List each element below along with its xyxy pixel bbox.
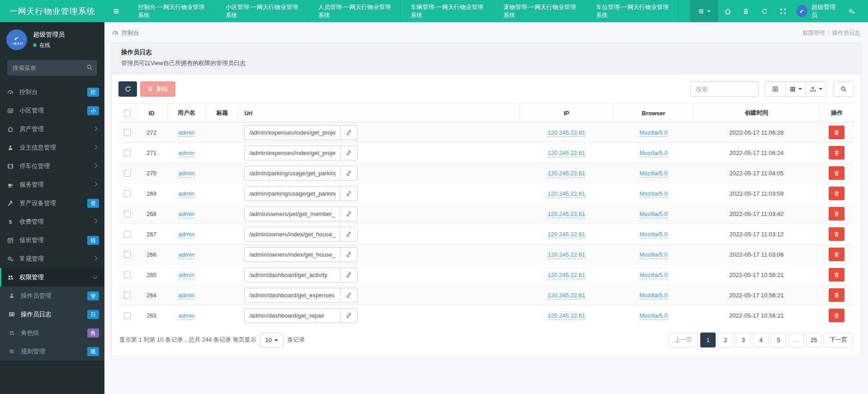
browser-link[interactable]: Mozilla/5.0 [640,211,668,218]
row-checkbox[interactable] [124,150,131,156]
username-link[interactable]: admin [179,211,194,218]
sidebar-item-rule-management[interactable]: 规则管理规 [0,342,104,361]
sidebar-item-fees[interactable]: 收费管理 [0,212,104,231]
url-input[interactable] [244,288,340,303]
url-input[interactable] [244,145,340,160]
browser-link[interactable]: Mozilla/5.0 [640,292,668,300]
navbar-tab-parking[interactable]: 车位管理-一网天行物业管理系统 [586,0,679,22]
sidebar-item-duty[interactable]: 值班管理值 [0,231,104,249]
sidebar-item-assets[interactable]: 资产设备管理资 [0,194,104,212]
username-link[interactable]: admin [179,312,194,320]
columns-button[interactable] [785,81,806,97]
open-url-button[interactable] [340,166,358,181]
row-delete-button[interactable] [829,126,844,139]
breadcrumb-home[interactable]: 控制台 [112,29,139,37]
sidebar-item-permissions[interactable]: 权限管理 [0,268,104,286]
url-input[interactable] [244,308,340,323]
open-url-button[interactable] [340,186,358,201]
username-link[interactable]: admin [179,231,194,239]
sidebar-toggle-button[interactable] [104,0,128,22]
username-link[interactable]: admin [179,251,194,259]
clear-cache-button[interactable] [737,0,755,22]
user-menu[interactable]: 超级管理员 [792,3,842,19]
browser-link[interactable]: Mozilla/5.0 [640,150,668,157]
prev-page-button[interactable]: 上一页 [669,333,698,347]
url-input[interactable] [244,186,340,201]
row-checkbox[interactable] [124,170,131,177]
username-link[interactable]: admin [179,272,194,279]
export-button[interactable] [806,81,826,97]
open-url-button[interactable] [340,308,358,323]
row-delete-button[interactable] [829,268,844,281]
row-checkbox[interactable] [124,292,131,299]
url-input[interactable] [244,247,340,262]
row-delete-button[interactable] [829,187,844,200]
open-url-button[interactable] [340,267,358,282]
url-input[interactable] [244,267,340,282]
sidebar-item-service[interactable]: 服务管理 [0,175,104,194]
page-button-5[interactable]: 5 [771,333,786,347]
sidebar-item-property[interactable]: 房产管理 [0,120,104,138]
browser-link[interactable]: Mozilla/5.0 [640,170,668,178]
page-button-25[interactable]: 25 [806,333,821,347]
row-checkbox[interactable] [124,312,131,319]
menu-search-input[interactable] [7,60,97,75]
open-url-button[interactable] [340,247,358,262]
settings-button[interactable] [842,0,861,22]
open-url-button[interactable] [340,227,358,242]
row-delete-button[interactable] [829,227,844,241]
sidebar-item-owner-info[interactable]: 业主信息管理 [0,138,104,157]
open-url-button[interactable] [340,288,358,303]
navbar-tab-personnel[interactable]: 人员管理-一网天行物业管理系统 [308,0,401,22]
row-checkbox[interactable] [124,231,131,238]
username-link[interactable]: admin [179,150,194,157]
fullscreen-button[interactable] [774,0,792,22]
page-button-1[interactable]: 1 [700,333,716,347]
navbar-tab-console[interactable]: 控制台-一网天行物业管理系统 [128,0,216,22]
ip-link[interactable]: 120.245.22.61 [547,231,585,239]
detail-view-button[interactable] [765,81,786,97]
row-checkbox[interactable] [124,129,131,136]
row-checkbox[interactable] [124,251,131,258]
navbar-tab-pet[interactable]: 宠物管理-一网天行物业管理系统 [494,0,586,22]
browser-link[interactable]: Mozilla/5.0 [640,129,668,137]
ip-link[interactable]: 120.245.22.61 [547,150,585,157]
row-delete-button[interactable] [829,248,844,261]
delete-button[interactable]: 删除 [140,81,175,97]
browser-link[interactable]: Mozilla/5.0 [640,312,668,320]
row-delete-button[interactable] [829,146,844,159]
navbar-tab-community[interactable]: 小区管理-一网天行物业管理系统 [216,0,308,22]
sidebar-item-role-group[interactable]: 角色组角 [0,324,104,342]
ip-link[interactable]: 120.245.22.61 [547,170,585,178]
search-button[interactable] [833,81,854,97]
row-delete-button[interactable] [829,309,844,322]
ip-link[interactable]: 120.245.22.61 [547,272,585,279]
ip-link[interactable]: 120.245.22.61 [547,312,585,320]
sidebar-item-operator-log[interactable]: 操作员日志日 [0,305,104,324]
home-button[interactable] [718,0,737,22]
sidebar-item-general[interactable]: 常规管理 [0,249,104,268]
page-size-select[interactable]: 10 [260,333,283,347]
row-checkbox[interactable] [124,272,131,278]
refresh-page-button[interactable] [755,0,774,22]
ip-link[interactable]: 120.245.22.61 [547,251,585,259]
browser-link[interactable]: Mozilla/5.0 [640,190,668,198]
open-url-button[interactable] [340,206,358,221]
row-delete-button[interactable] [829,207,844,220]
username-link[interactable]: admin [179,129,194,137]
sidebar-item-parking-space[interactable]: 停车位管理 [0,157,104,175]
row-delete-button[interactable] [829,166,844,180]
ip-link[interactable]: 120.245.22.61 [547,211,585,218]
row-checkbox[interactable] [124,190,131,197]
browser-link[interactable]: Mozilla/5.0 [640,231,668,239]
username-link[interactable]: admin [179,292,194,300]
username-link[interactable]: admin [179,170,194,178]
ip-link[interactable]: 120.245.22.61 [547,292,585,300]
open-url-button[interactable] [340,145,358,160]
url-input[interactable] [244,125,340,140]
sidebar-item-console[interactable]: 控制台控 [0,83,104,101]
sidebar-item-operator-management[interactable]: 操作员管理管 [0,286,104,305]
url-input[interactable] [244,166,340,181]
open-url-button[interactable] [340,125,358,140]
page-button-4[interactable]: 4 [753,333,769,347]
